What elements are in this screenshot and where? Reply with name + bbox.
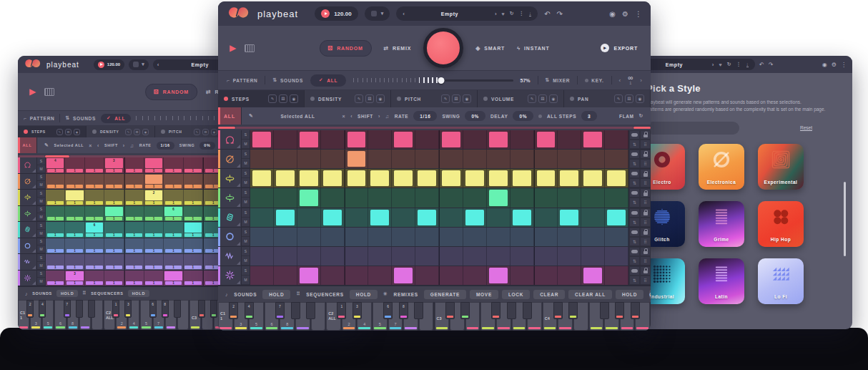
step-cell[interactable]: 1 xyxy=(164,174,183,190)
solo-button[interactable]: S xyxy=(242,228,250,237)
step-cell[interactable] xyxy=(297,130,321,149)
track-flip-button[interactable]: ⇅ xyxy=(629,276,640,285)
step-cell[interactable] xyxy=(534,150,558,168)
step-cell[interactable] xyxy=(297,208,321,227)
track-steps-button[interactable]: ⠿ xyxy=(640,256,651,266)
step-cell[interactable] xyxy=(297,247,321,266)
step-cell[interactable] xyxy=(345,130,369,149)
swing-value[interactable]: 0% xyxy=(199,142,214,150)
lock-icon[interactable]: ◉ xyxy=(211,129,217,135)
settings-gear-icon[interactable]: ⚙ xyxy=(832,62,837,68)
step-cell[interactable] xyxy=(511,188,534,207)
probability-chip[interactable]: 1 xyxy=(86,233,102,237)
step-cell[interactable] xyxy=(463,150,487,168)
style-category-pill[interactable] xyxy=(646,122,739,135)
probability-chip[interactable]: 1 xyxy=(126,233,142,237)
probability-chip[interactable]: 1 xyxy=(145,249,162,253)
probability-chip[interactable]: 1 xyxy=(126,201,142,205)
sync-dropdown[interactable]: ▾ xyxy=(365,6,390,21)
step-cell[interactable] xyxy=(463,247,487,266)
mute-button[interactable]: M xyxy=(242,256,250,266)
step-cell[interactable] xyxy=(581,208,605,227)
redo-button[interactable]: ↷ xyxy=(557,10,563,18)
black-key[interactable] xyxy=(523,302,532,319)
step-cell[interactable]: 1 xyxy=(85,157,104,173)
tab-steps[interactable]: STEPS✎⚄◉ xyxy=(218,90,305,107)
step-cell[interactable] xyxy=(487,228,511,246)
track-lock-button[interactable] xyxy=(640,266,651,276)
black-key[interactable] xyxy=(631,302,640,319)
step-cell[interactable] xyxy=(368,228,392,246)
track-steps-button[interactable]: ⠿ xyxy=(640,237,651,246)
track-random-button[interactable] xyxy=(629,169,640,178)
track-random-button[interactable] xyxy=(629,266,640,276)
step-cell[interactable] xyxy=(439,247,463,266)
step-cell[interactable] xyxy=(605,228,628,246)
track-flip-button[interactable]: ⇅ xyxy=(629,218,640,227)
generate-button[interactable]: GENERATE xyxy=(424,290,466,299)
step-cell[interactable] xyxy=(534,208,558,227)
tab-pitch[interactable]: PITCH✎⚄◉ xyxy=(391,90,478,107)
tab-pan[interactable]: PAN✎⚄◉ xyxy=(564,90,651,107)
step-cell[interactable]: 1 xyxy=(104,206,124,222)
step-cell[interactable]: 1 xyxy=(46,222,65,238)
step-cell[interactable]: 61 xyxy=(164,206,183,222)
probability-chip[interactable]: 1 xyxy=(165,217,182,220)
step-cell[interactable]: 1 xyxy=(104,190,124,205)
step-cell[interactable] xyxy=(321,169,345,188)
step-cell[interactable]: 1 xyxy=(65,222,84,238)
prev-preset-button[interactable]: ‹ xyxy=(157,62,159,68)
pattern-view-button[interactable]: ⌐PATTERN xyxy=(227,78,257,83)
clear-all-button[interactable]: CLEAR ALL xyxy=(568,290,612,299)
mute-button[interactable]: M xyxy=(242,140,250,149)
quantize-button[interactable]: Q xyxy=(649,290,651,299)
step-cell[interactable] xyxy=(392,208,415,227)
step-cell[interactable]: 1 xyxy=(104,174,124,190)
step-cell[interactable] xyxy=(581,130,605,149)
style-tile-latin[interactable]: Latin xyxy=(699,258,744,304)
edit-icon[interactable]: ✎ xyxy=(528,94,536,103)
step-cell[interactable] xyxy=(368,188,392,207)
probability-chip[interactable]: 1 xyxy=(184,201,201,205)
step-cell[interactable]: 1 xyxy=(164,271,183,286)
shift-left-button[interactable]: ‹ xyxy=(97,143,99,148)
step-cell[interactable]: 1 xyxy=(104,254,124,270)
track-icon-7[interactable] xyxy=(218,247,241,266)
solo-button[interactable]: S xyxy=(242,247,250,256)
probability-chip[interactable]: 1 xyxy=(106,217,122,220)
black-key[interactable] xyxy=(76,300,83,318)
track-steps-button[interactable]: ⠿ xyxy=(640,276,651,285)
rate-value[interactable]: 1/16 xyxy=(413,111,437,121)
step-cell[interactable]: 61 xyxy=(85,222,104,238)
probability-chip[interactable]: 1 xyxy=(66,201,83,205)
step-cell[interactable] xyxy=(511,130,534,149)
step-cell[interactable] xyxy=(463,266,487,285)
step-cell[interactable]: 1 xyxy=(144,222,164,238)
random-button[interactable]: ⚄RANDOM xyxy=(319,40,371,57)
lock-icon[interactable]: ◉ xyxy=(142,129,149,135)
step-cell[interactable] xyxy=(321,266,345,285)
lock-icon[interactable]: ◉ xyxy=(290,94,298,103)
dice-icon[interactable]: ⚄ xyxy=(538,94,547,103)
step-cell[interactable] xyxy=(297,188,321,207)
track-flip-button[interactable]: ⇅ xyxy=(629,256,640,266)
black-key[interactable] xyxy=(568,302,578,319)
step-cell[interactable] xyxy=(534,169,558,188)
step-cell[interactable] xyxy=(534,188,558,207)
step-cell[interactable]: 1 xyxy=(124,206,144,222)
step-cell[interactable]: 1 xyxy=(144,157,164,173)
probability-chip[interactable]: 1 xyxy=(86,201,102,205)
undo-button[interactable]: ↶ xyxy=(544,10,550,18)
black-key[interactable]: 4 xyxy=(245,302,254,319)
step-cell[interactable] xyxy=(487,247,511,266)
swing-value[interactable]: 0% xyxy=(465,111,485,121)
track-flip-button[interactable]: ⇅ xyxy=(629,237,640,246)
step-cell[interactable]: 1 xyxy=(65,174,84,190)
step-cell[interactable] xyxy=(392,188,415,207)
solo-button[interactable]: S xyxy=(242,169,250,178)
black-key[interactable] xyxy=(306,302,315,319)
step-cell[interactable]: 1 xyxy=(124,190,144,205)
scramble-icon[interactable]: × xyxy=(342,114,345,119)
track-flip-button[interactable]: ⇅ xyxy=(629,178,640,188)
step-cell[interactable] xyxy=(415,228,439,246)
